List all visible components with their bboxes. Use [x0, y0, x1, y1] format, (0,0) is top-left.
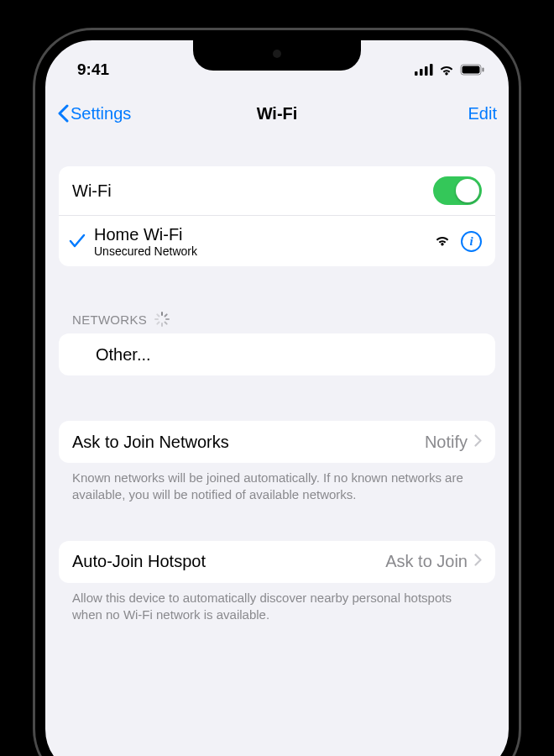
wifi-icon — [438, 64, 455, 76]
info-button[interactable]: i — [461, 231, 482, 252]
auto-join-row[interactable]: Auto-Join Hotspot Ask to Join — [59, 541, 495, 583]
other-label: Other... — [72, 345, 482, 365]
svg-rect-2 — [425, 66, 428, 76]
networks-header: NETWORKS — [59, 312, 495, 333]
phone-frame: 9:41 Settings Wi-Fi Edit Wi-Fi — [35, 30, 519, 756]
nav-title: Wi-Fi — [257, 104, 298, 123]
wifi-group: Wi-Fi Home Wi-Fi Unsecured Network — [59, 166, 495, 266]
wifi-signal-icon — [434, 234, 451, 249]
ask-to-join-label: Ask to Join Networks — [72, 433, 425, 452]
network-subtitle: Unsecured Network — [94, 244, 434, 258]
ask-to-join-value: Notify — [425, 433, 468, 452]
network-name: Home Wi-Fi — [94, 224, 434, 244]
battery-icon — [460, 64, 485, 76]
other-network-row[interactable]: Other... — [59, 333, 495, 375]
ask-to-join-row[interactable]: Ask to Join Networks Notify — [59, 421, 495, 463]
svg-rect-0 — [415, 71, 418, 76]
cellular-icon — [415, 64, 433, 76]
status-indicators — [415, 64, 485, 76]
nav-bar: Settings Wi-Fi Edit — [45, 92, 509, 134]
auto-join-footer: Allow this device to automatically disco… — [59, 583, 495, 624]
svg-rect-5 — [463, 66, 480, 74]
back-label: Settings — [71, 104, 131, 123]
loading-spinner-icon — [154, 312, 169, 327]
status-time: 9:41 — [77, 60, 109, 79]
current-network-row[interactable]: Home Wi-Fi Unsecured Network i — [59, 216, 495, 266]
edit-button[interactable]: Edit — [468, 104, 497, 123]
chevron-left-icon — [57, 104, 69, 123]
back-button[interactable]: Settings — [57, 104, 131, 123]
svg-rect-3 — [430, 64, 433, 76]
device-notch — [193, 39, 361, 71]
checkmark-icon — [69, 234, 86, 249]
chevron-right-icon — [474, 434, 482, 450]
auto-join-label: Auto-Join Hotspot — [72, 552, 385, 571]
wifi-toggle-row: Wi-Fi — [59, 166, 495, 216]
auto-join-value: Ask to Join — [385, 552, 468, 571]
chevron-right-icon — [474, 554, 482, 570]
ask-to-join-footer: Known networks will be joined automatica… — [59, 463, 495, 504]
svg-rect-1 — [420, 69, 423, 76]
wifi-label: Wi-Fi — [72, 181, 433, 201]
svg-rect-6 — [483, 68, 484, 72]
wifi-toggle[interactable] — [433, 176, 482, 205]
